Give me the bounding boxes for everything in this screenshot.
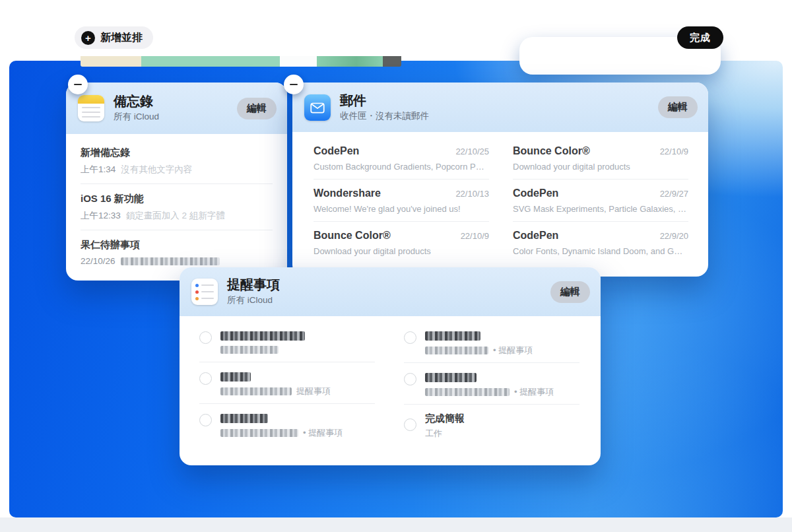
mail-date: 22/10/25 [455,147,489,156]
photo-segment [317,56,383,67]
mail-sender: Bounce Color® [314,230,391,242]
notes-app-icon [78,95,104,121]
reminder-checkbox[interactable] [199,372,212,385]
mail-date: 22/9/20 [660,231,688,241]
mail-row: Bounce Color® 22/10/9 Download your digi… [314,222,489,263]
photo-segment [280,56,317,67]
plus-icon: + [81,31,95,45]
note-row: 新增備忘錄 上午1:34 沒有其他文字內容 [81,138,273,184]
add-widget-button[interactable]: + 新增並排 [75,26,153,49]
remove-mail-widget-button[interactable] [284,75,304,94]
mail-widget-title: 郵件 [340,93,658,108]
reminder-checkbox[interactable] [404,418,416,431]
reminder-list-label: 提醒事項 [296,387,331,395]
add-widget-label: 新增並排 [100,31,143,45]
remove-notes-widget-button[interactable] [68,75,88,94]
reminder-checkbox[interactable] [199,331,212,344]
reminder-list-name: 工作 [425,429,442,438]
censored-reminder-subtitle [220,387,292,395]
note-title: 新增備忘錄 [81,147,273,159]
reminder-title: 完成簡報 [425,413,579,424]
mail-widget-subtitle: 收件匣・沒有未讀郵件 [340,110,658,122]
envelope-icon [309,99,326,116]
note-preview: 鎖定畫面加入 2 組新字體 [126,210,225,222]
minus-icon [290,84,298,85]
mail-row: Bounce Color® 22/10/9 Download your digi… [513,137,688,180]
minus-icon [74,84,82,85]
notes-widget-title: 備忘錄 [114,94,237,109]
mail-widget-header: 郵件 收件匣・沒有未讀郵件 編輯 [292,83,708,132]
note-preview: 沒有其他文字內容 [121,164,192,176]
notes-widget-subtitle: 所有 iCloud [114,111,237,123]
mail-preview: Download your digital products [513,162,688,172]
mail-preview: Download your digital products [314,246,489,256]
reminders-widget-title: 提醒事項 [227,277,550,292]
note-time: 上午1:34 [81,164,116,176]
mail-sender: Bounce Color® [513,145,590,157]
note-title: 果仁待辦事項 [81,239,273,251]
reminder-row: • 提醒事項 [404,321,579,363]
notes-edit-button[interactable]: 編輯 [237,98,277,119]
censored-reminder-title [220,372,251,382]
reminder-row: 完成簡報 工作 [404,405,579,446]
mail-preview: Color Fonts, Dynamic Island Doom, and G… [513,246,688,256]
mail-column-left: CodePen 22/10/25 Custom Background Gradi… [314,137,489,263]
mail-date: 22/10/9 [660,147,688,156]
reminders-app-icon [191,279,218,305]
note-time: 上午12:33 [81,210,121,222]
photo-segment [383,56,401,67]
reminder-list-label: • 提醒事項 [303,428,343,437]
censored-reminder-subtitle [425,388,510,396]
mail-preview: Custom Background Gradients, Popcorn P… [314,162,489,172]
note-time: 22/10/26 [81,256,116,266]
notes-widget-body: 新增備忘錄 上午1:34 沒有其他文字內容 iOS 16 新功能 上午12:33… [66,134,287,274]
mail-widget-body: CodePen 22/10/25 Custom Background Gradi… [292,132,708,263]
mail-widget[interactable]: 郵件 收件匣・沒有未讀郵件 編輯 CodePen 22/10/25 Custom… [292,83,708,277]
mail-date: 22/10/13 [455,189,489,199]
desktop-floor [0,517,792,532]
reminder-checkbox[interactable] [404,331,416,344]
censored-reminder-title [425,331,480,341]
mail-row: CodePen 22/9/27 SVG Mask Experiments, Pa… [513,180,688,222]
notes-widget-header: 備忘錄 所有 iCloud 編輯 [66,83,287,134]
mail-column-right: Bounce Color® 22/10/9 Download your digi… [513,137,688,263]
mail-app-icon [304,94,331,121]
notes-widget[interactable]: 備忘錄 所有 iCloud 編輯 新增備忘錄 上午1:34 沒有其他文字內容 i… [66,83,287,281]
reminders-column-left: 提醒事項 • 提醒事項 [199,321,375,446]
reminders-widget-header: 提醒事項 所有 iCloud 編輯 [180,267,601,316]
mail-sender: CodePen [314,145,359,157]
done-button[interactable]: 完成 [677,26,723,49]
censored-reminder-title [425,373,477,382]
reminders-widget-body: 提醒事項 • 提醒事項 [180,316,601,446]
reminder-checkbox[interactable] [404,373,416,385]
reminders-edit-button[interactable]: 編輯 [550,281,590,303]
reminder-row: • 提醒事項 [404,363,579,405]
mail-row: CodePen 22/9/20 Color Fonts, Dynamic Isl… [513,222,688,263]
mail-sender: Wondershare [314,187,381,199]
reminders-widget-subtitle: 所有 iCloud [227,294,550,306]
note-row: iOS 16 新功能 上午12:33 鎖定畫面加入 2 組新字體 [81,184,273,230]
mail-preview: SVG Mask Experiments, Particle Galaxies,… [513,204,688,214]
partial-photo-widget [81,56,401,67]
reminder-row: 提醒事項 [199,362,375,404]
mail-edit-button[interactable]: 編輯 [658,96,698,118]
mail-date: 22/9/27 [660,189,688,199]
reminder-list-label: • 提醒事項 [514,387,554,396]
mail-row: CodePen 22/10/25 Custom Background Gradi… [314,137,489,180]
censored-reminder-title [220,414,268,423]
mail-row: Wondershare 22/10/13 Welcome! We're glad… [314,180,489,222]
censored-reminder-subtitle [425,347,488,354]
reminders-column-right: • 提醒事項 • 提醒事項 完成簡報 工作 [404,321,579,446]
reminders-widget[interactable]: 提醒事項 所有 iCloud 編輯 提醒事項 [180,267,601,465]
note-title: iOS 16 新功能 [81,193,273,205]
censored-note-preview [121,257,220,265]
censored-reminder-title [220,331,305,341]
mail-preview: Welcome! We're glad you've joined us! [314,204,489,214]
reminder-row [199,321,375,362]
done-label: 完成 [690,32,711,44]
reminder-checkbox[interactable] [199,414,212,426]
mail-sender: CodePen [513,230,558,242]
censored-reminder-subtitle [220,346,279,354]
mail-sender: CodePen [513,187,558,199]
reminder-row: • 提醒事項 [199,404,375,445]
